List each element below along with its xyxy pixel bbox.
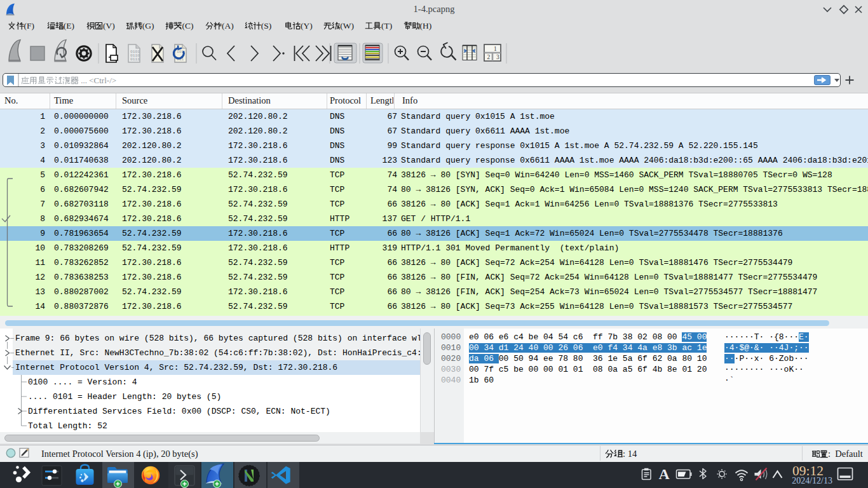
svg-text:2024/12/13: 2024/12/13 (792, 476, 832, 485)
svg-text:1: 1 (494, 46, 497, 52)
svg-text:2: 2 (487, 54, 491, 60)
svg-text:0111: 0111 (130, 57, 140, 62)
svg-text:A: A (659, 466, 670, 482)
svg-text:3: 3 (496, 54, 499, 60)
